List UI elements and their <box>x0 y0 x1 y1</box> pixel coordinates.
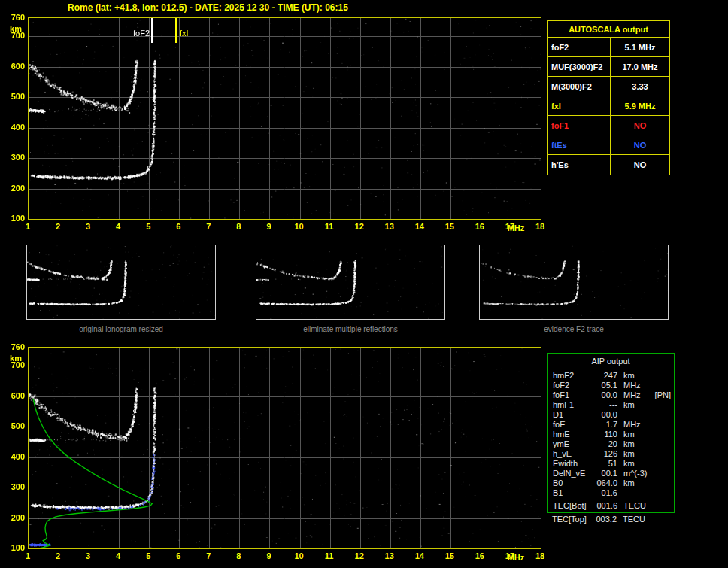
y-tick-label: 400 <box>4 452 25 461</box>
autoscala-row-ftes: ftEsNO <box>548 135 669 155</box>
ionogram-plot-top: foF2 fxI <box>28 17 541 220</box>
y-tick-label: 300 <box>4 482 25 491</box>
aip-param-unit: km <box>617 371 635 381</box>
autoscala-row-h-es: h'EsNO <box>548 155 669 175</box>
aip-param-value: 51 <box>593 459 617 469</box>
autoscala-param-value: 3.33 <box>611 77 669 96</box>
x-tick-label: 3 <box>86 551 90 560</box>
autoscala-row-m-3000-f2: M(3000)F23.33 <box>548 77 669 96</box>
aip-row-b0: B0064.0km <box>548 478 674 488</box>
autoscala-param-value: NO <box>611 155 669 175</box>
aip-param-unit: km <box>617 400 635 410</box>
y-tick-label: 300 <box>4 153 25 162</box>
aip-param-value: 064.0 <box>593 478 617 488</box>
x-tick-label: 5 <box>146 222 150 231</box>
aip-param-label: hmE <box>548 430 593 439</box>
aip-row-hme: hmE110km <box>548 430 674 439</box>
autoscala-param-value: 17.0 MHz <box>611 57 669 76</box>
aip-param-unit: km <box>617 430 635 439</box>
autoscala-row-fof1: foF1NO <box>548 116 669 135</box>
aip-row-hmf2: hmF2247km <box>548 371 674 381</box>
aip-param-value: 00.0 <box>593 390 617 400</box>
aip-row-tec-top: TEC[Top] 003.2 TECU <box>547 515 675 524</box>
fxi-marker-label: fxI <box>180 29 189 38</box>
x-tick-label: 2 <box>56 551 60 560</box>
aip-row-foe: foE1.7MHz <box>548 420 674 430</box>
aip-param-unit: TECU <box>617 501 646 511</box>
aip-param-label: h_vE <box>548 449 593 459</box>
aip-row-d1: D100.0 <box>548 410 674 420</box>
x-tick-label: 11 <box>325 222 334 231</box>
aip-param-unit: km <box>617 439 635 449</box>
x-tick-label: 12 <box>355 222 364 231</box>
x-tick-label: 1 <box>26 551 30 560</box>
x-tick-label: 18 <box>535 551 544 560</box>
aip-param-unit: MHz <box>617 390 641 400</box>
aip-param-unit: km <box>617 449 635 459</box>
aip-param-value: 001.6 <box>593 501 617 511</box>
aip-param-value: 110 <box>593 430 617 439</box>
autoscala-panel-title: AUTOSCALA output <box>548 21 669 38</box>
aip-param-label: D1 <box>548 410 593 420</box>
autoscala-param-label: ftEs <box>548 135 611 154</box>
x-tick-label: 6 <box>176 222 180 231</box>
y-tick-label: 760 <box>4 342 25 351</box>
thumb-original-ionogram <box>26 245 216 320</box>
aip-row-fof1: foF100.0MHz[PN] <box>548 390 674 400</box>
x-tick-label: 14 <box>415 222 424 231</box>
x-tick-label: 14 <box>415 551 424 560</box>
autoscala-param-label: h'Es <box>548 155 611 175</box>
ionogram-canvas-bottom <box>29 348 541 548</box>
x-tick-label: 12 <box>355 551 364 560</box>
autoscala-row-fof2: foF25.1 MHz <box>548 38 669 57</box>
aip-row-tec-bot: TEC[Bot]001.6TECU <box>548 501 674 511</box>
y-tick-label: 600 <box>4 62 25 71</box>
autoscala-param-value: NO <box>611 116 669 135</box>
page-title: Rome (lat: +41.8, lon: 012.5) - DATE: 20… <box>68 2 348 13</box>
y-tick-label: 100 <box>4 214 25 223</box>
aip-rows: hmF2247kmfoF205.1MHzfoF100.0MHz[PN]hmF1-… <box>548 369 674 511</box>
aip-param-value: 126 <box>593 449 617 459</box>
x-tick-label: 15 <box>445 551 454 560</box>
aip-param-unit <box>617 488 623 498</box>
thumb-caption-evidence: evidence F2 trace <box>479 325 669 333</box>
y-tick-label: 200 <box>4 184 25 193</box>
x-tick-label: 1 <box>26 222 30 231</box>
aip-param-value: 1.7 <box>593 420 617 430</box>
aip-row-b1: B101.6 <box>548 488 674 498</box>
autoscala-param-value: 5.9 MHz <box>611 96 669 115</box>
x-tick-label: 10 <box>294 551 303 560</box>
aip-param-value: 20 <box>593 439 617 449</box>
aip-param-label: TEC[Bot] <box>548 501 593 511</box>
x-unit-label: MHz <box>508 223 525 232</box>
aip-param-label: ymE <box>548 439 593 449</box>
x-tick-label: 2 <box>56 222 60 231</box>
x-tick-label: 15 <box>445 222 454 231</box>
aip-param-label: foF2 <box>548 381 593 390</box>
x-tick-label: 3 <box>86 222 90 231</box>
x-tick-label: 16 <box>475 551 484 560</box>
x-tick-label: 18 <box>535 222 544 231</box>
autoscala-param-value: NO <box>611 135 669 154</box>
thumb-caption-original: original ionogram resized <box>26 325 216 333</box>
aip-param-unit: MHz <box>617 381 641 390</box>
aip-param-unit: m^(-3) <box>617 469 647 478</box>
aip-param-unit: km <box>617 478 635 488</box>
aip-param-label: B1 <box>548 488 593 498</box>
autoscala-output-panel: AUTOSCALA output foF25.1 MHzMUF(3000)F21… <box>547 20 670 175</box>
aip-param-label: DelN_vE <box>548 469 593 478</box>
x-tick-label: 9 <box>266 222 271 231</box>
aip-param-value: 01.6 <box>593 488 617 498</box>
aip-param-label: hmF2 <box>548 371 593 381</box>
autoscala-param-value: 5.1 MHz <box>611 38 669 56</box>
x-tick-label: 5 <box>146 551 150 560</box>
thumb-canvas-original <box>27 245 215 319</box>
x-tick-label: 13 <box>385 222 394 231</box>
x-tick-label: 7 <box>206 222 211 231</box>
y-tick-label: 200 <box>4 513 25 522</box>
aip-param-value: 003.2 <box>592 515 617 524</box>
aip-param-unit <box>617 410 623 420</box>
x-tick-label: 10 <box>294 222 303 231</box>
aip-param-value: --- <box>593 400 617 410</box>
x-tick-label: 16 <box>475 222 484 231</box>
